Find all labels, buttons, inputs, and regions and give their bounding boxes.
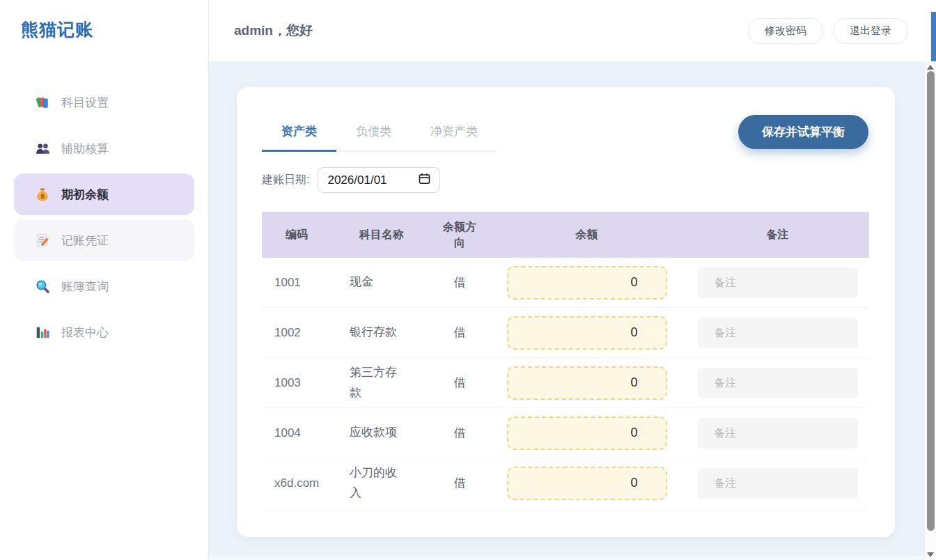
user-greeting: admin，您好	[234, 22, 313, 40]
topbar-actions: 修改密码 退出登录	[748, 18, 908, 44]
table-row: 1001 现金 借	[262, 258, 869, 308]
save-trial-balance-button[interactable]: 保存并试算平衡	[738, 115, 868, 149]
category-tabs: 资产类 负债类 净资产类	[262, 115, 497, 152]
memo-icon	[35, 233, 50, 248]
sidebar-item-report-center[interactable]: 报表中心	[14, 311, 194, 353]
account-name: 银行存款	[332, 322, 432, 342]
remark-input[interactable]	[698, 468, 858, 499]
balance-direction: 借	[432, 375, 488, 391]
account-code: 1001	[262, 276, 332, 290]
balance-cell	[488, 417, 686, 450]
sidebar-item-vouchers[interactable]: 记账凭证	[14, 219, 194, 261]
account-code: 1004	[262, 426, 332, 440]
card-header: 资产类 负债类 净资产类 保存并试算平衡	[237, 87, 895, 152]
balance-direction: 借	[432, 325, 488, 341]
sidebar-item-ledger-query[interactable]: 账簿查询	[14, 265, 194, 307]
table-row: 1002 银行存款 借	[262, 308, 869, 358]
users-icon	[35, 141, 50, 156]
col-header-account-name: 科目名称	[332, 226, 432, 242]
balance-input[interactable]	[507, 316, 667, 350]
sidebar: 熊猫记账 科目设置	[0, 0, 209, 560]
sidebar-item-auxiliary-accounting[interactable]: 辅助核算	[14, 127, 194, 169]
sidebar-item-subject-settings[interactable]: 科目设置	[14, 81, 194, 123]
account-name: 应收款项	[332, 423, 432, 442]
table-header-row: 编码 科目名称 余额方向 余额 备注	[262, 212, 869, 258]
build-date-input[interactable]: 2026/01/01	[318, 167, 440, 193]
tab-assets[interactable]: 资产类	[262, 115, 336, 152]
remark-cell	[686, 368, 869, 398]
balance-cell	[488, 316, 686, 350]
sidebar-item-opening-balance[interactable]: $ 期初余额	[14, 173, 194, 215]
remark-input[interactable]	[698, 418, 858, 449]
table-row: 1004 应收款项 借	[262, 408, 869, 458]
remark-input[interactable]	[698, 318, 858, 348]
scrollbar-thumb[interactable]	[927, 71, 935, 531]
account-code: 1002	[262, 326, 332, 340]
books-icon	[35, 95, 50, 110]
bottom-strip	[209, 556, 936, 560]
balance-direction: 借	[432, 475, 488, 491]
sidebar-item-label: 辅助核算	[61, 141, 109, 157]
remark-cell	[686, 318, 869, 348]
balance-direction: 借	[432, 425, 488, 441]
sidebar-item-label: 科目设置	[61, 95, 109, 111]
change-password-button[interactable]: 修改密码	[748, 18, 823, 44]
sidebar-item-label: 期初余额	[61, 187, 109, 203]
sidebar-item-label: 账簿查询	[61, 279, 109, 295]
account-name: 小刀的收入	[332, 463, 432, 502]
col-header-balance: 余额	[488, 226, 686, 242]
account-name: 现金	[332, 272, 432, 292]
account-code: x6d.com	[262, 476, 332, 490]
topbar: admin，您好 修改密码 退出登录	[209, 0, 936, 61]
balance-cell	[488, 467, 686, 500]
balance-cell	[488, 366, 686, 400]
scrollbar-down-arrow[interactable]	[927, 552, 934, 557]
balance-input[interactable]	[507, 417, 667, 450]
app-title: 熊猫记账	[0, 0, 208, 41]
build-date-row: 建账日期: 2026/01/01	[262, 167, 895, 193]
svg-text:$: $	[40, 193, 45, 200]
col-header-remark: 备注	[686, 226, 869, 242]
money-bag-icon: $	[35, 187, 50, 202]
balance-input[interactable]	[507, 467, 667, 500]
balance-input[interactable]	[507, 266, 667, 300]
remark-input[interactable]	[698, 368, 858, 398]
table-row: x6d.com 小刀的收入 借	[262, 458, 869, 508]
remark-input[interactable]	[698, 267, 858, 298]
account-name: 第三方存款	[332, 363, 432, 402]
remark-cell	[686, 418, 869, 449]
col-header-balance-direction: 余额方向	[432, 219, 488, 251]
app-window: 熊猫记账 科目设置	[0, 0, 936, 560]
opening-balance-table: 编码 科目名称 余额方向 余额 备注 1001 现金 借	[262, 212, 869, 508]
main-content: 资产类 负债类 净资产类 保存并试算平衡 建账日期: 2026/01/01	[209, 61, 936, 560]
tab-liabilities[interactable]: 负债类	[336, 115, 411, 150]
sidebar-item-label: 记账凭证	[61, 233, 109, 249]
sidebar-nav: 科目设置 辅助核算 $	[0, 81, 208, 353]
col-header-code: 编码	[262, 226, 332, 242]
remark-cell	[686, 468, 869, 499]
tab-net-assets[interactable]: 净资产类	[411, 115, 497, 150]
balance-direction: 借	[432, 274, 488, 290]
bar-chart-icon	[35, 325, 50, 340]
sidebar-item-label: 报表中心	[61, 325, 109, 341]
page-scrollbar-thumb[interactable]	[931, 12, 936, 61]
calendar-icon[interactable]	[419, 173, 430, 188]
search-icon	[35, 279, 50, 294]
balance-cell	[488, 266, 686, 300]
remark-cell	[686, 267, 869, 298]
scrollbar-up-arrow[interactable]	[927, 65, 934, 70]
build-date-value: 2026/01/01	[327, 173, 387, 187]
table-row: 1003 第三方存款 借	[262, 358, 869, 408]
account-code: 1003	[262, 376, 332, 390]
content-scrollbar[interactable]	[924, 61, 936, 560]
logout-button[interactable]: 退出登录	[833, 18, 908, 44]
opening-balance-card: 资产类 负债类 净资产类 保存并试算平衡 建账日期: 2026/01/01	[237, 87, 895, 537]
build-date-label: 建账日期:	[262, 173, 309, 187]
balance-input[interactable]	[507, 366, 667, 400]
